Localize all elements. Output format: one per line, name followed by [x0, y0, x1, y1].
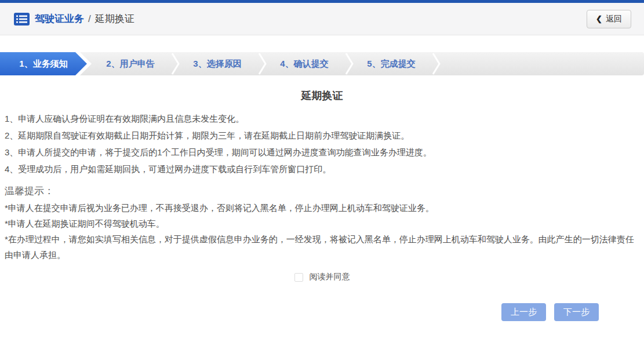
page: 驾驶证业务 / 延期换证 ❮ 返回 1、业务须知 2、用户申告 3、选择原因 4…: [0, 0, 644, 353]
step-progress-bar: 1、业务须知 2、用户申告 3、选择原因 4、确认提交 5、完成提交: [0, 52, 644, 75]
breadcrumb-current-page: 延期换证: [95, 12, 134, 26]
agree-checkbox[interactable]: [294, 273, 303, 282]
step-2-user-declaration: 2、用户申告: [87, 52, 174, 75]
notice-list: 1、申请人应确认身份证明在有效期限满内且信息未发生变化。 2、延期期限自驾驶证有…: [0, 110, 644, 177]
previous-step-button[interactable]: 上一步: [501, 303, 546, 321]
next-step-button[interactable]: 下一步: [554, 303, 599, 321]
step-separator-icon: [258, 52, 267, 75]
back-button[interactable]: ❮ 返回: [587, 10, 631, 28]
tip-item-1: *申请人在提交申请后视为业务已办理，不再接受退办，否则将记入黑名单，停止办理网上…: [5, 200, 639, 216]
notice-item-3: 3、申请人所提交的申请，将于提交后的1个工作日内受理，期间可以通过网办进度查询功…: [5, 144, 639, 161]
tip-item-2: *申请人在延期换证期间不得驾驶机动车。: [5, 216, 639, 231]
chevron-left-icon: ❮: [596, 14, 602, 23]
tips-heading: 温馨提示：: [0, 183, 644, 200]
tips-list: *申请人在提交申请后视为业务已办理，不再接受退办，否则将记入黑名单，停止办理网上…: [0, 200, 644, 263]
footer-actions: 上一步 下一步: [0, 303, 644, 321]
page-title: 延期换证: [0, 89, 644, 103]
notice-item-1: 1、申请人应确认身份证明在有效期限满内且信息未发生变化。: [5, 110, 639, 127]
notice-item-2: 2、延期期限自驾驶证有效期截止日期开始计算，期限为三年，请在延期截止日期前办理驾…: [5, 127, 639, 144]
list-icon: [14, 13, 30, 26]
step-separator-icon: [432, 52, 441, 75]
step-3-select-reason: 3、选择原因: [174, 52, 261, 75]
breadcrumb-separator: /: [88, 13, 91, 25]
agree-checkbox-label: 阅读并同意: [310, 272, 350, 282]
step-5-complete-submit: 5、完成提交: [348, 52, 435, 75]
notice-item-4: 4、受理成功后，用户如需延期回执，可通过网办进度下载或自行到车管所窗口打印。: [5, 161, 639, 177]
step-4-confirm-submit: 4、确认提交: [261, 52, 348, 75]
back-button-label: 返回: [606, 14, 622, 24]
step-separator-icon: [345, 52, 354, 75]
step-separator-icon: [171, 52, 180, 75]
header: 驾驶证业务 / 延期换证 ❮ 返回: [0, 3, 644, 35]
agree-row[interactable]: 阅读并同意: [0, 272, 644, 282]
tip-item-3: *在办理过程中，请您如实填写相关信息，对于提供虚假信息申办业务的，一经发现，将被…: [5, 231, 639, 263]
breadcrumb-business-category[interactable]: 驾驶证业务: [35, 12, 84, 26]
step-1-business-notice: 1、业务须知: [0, 52, 87, 75]
